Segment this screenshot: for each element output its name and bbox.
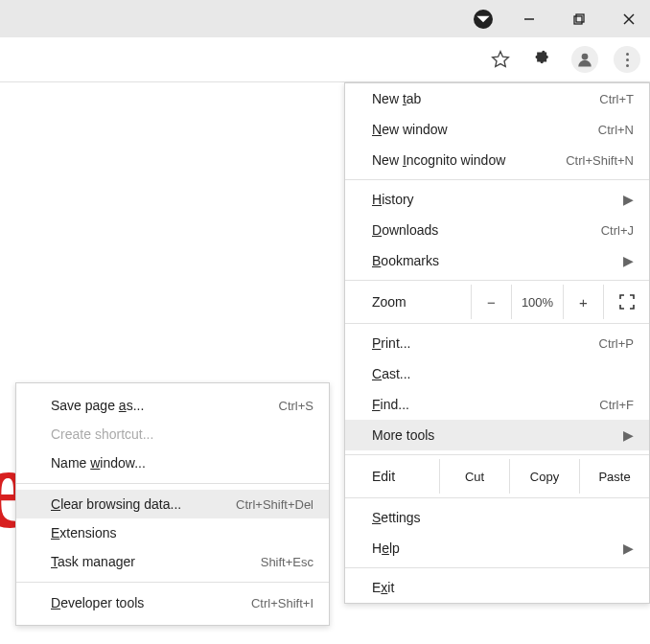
maximize-button[interactable]: [566, 6, 592, 33]
menu-label: Print...: [372, 335, 599, 351]
window-titlebar: [0, 0, 650, 37]
menu-label: Create shortcut...: [51, 426, 313, 442]
menu-shortcut: Ctrl+T: [599, 92, 634, 106]
menu-shortcut: Ctrl+Shift+Del: [236, 497, 313, 512]
zoom-out-button[interactable]: −: [471, 285, 511, 319]
menu-downloads[interactable]: Downloads Ctrl+J: [345, 215, 649, 245]
menu-zoom-row: Zoom − 100% +: [345, 285, 649, 319]
edit-cut-button[interactable]: Cut: [439, 459, 509, 494]
menu-incognito[interactable]: New Incognito window Ctrl+Shift+N: [345, 145, 649, 175]
fullscreen-icon: [619, 294, 635, 310]
menu-bookmarks[interactable]: Bookmarks ▶: [345, 245, 649, 276]
close-button[interactable]: [615, 6, 642, 33]
extensions-button[interactable]: [529, 46, 556, 73]
menu-exit[interactable]: Exit: [345, 572, 649, 603]
menu-separator: [345, 497, 649, 498]
menu-separator: [16, 483, 329, 484]
profile-dropdown-icon[interactable]: [474, 10, 493, 29]
menu-label: Exit: [372, 580, 634, 595]
menu-label: Find...: [372, 397, 599, 412]
submenu-arrow-icon: ▶: [623, 427, 634, 443]
more-tools-submenu: Save page as... Ctrl+S Create shortcut..…: [15, 382, 330, 626]
submenu-arrow-icon: ▶: [623, 253, 634, 268]
submenu-save-page[interactable]: Save page as... Ctrl+S: [16, 391, 329, 420]
submenu-developer-tools[interactable]: Developer tools Ctrl+Shift+I: [16, 588, 329, 617]
menu-edit-row: Edit Cut Copy Paste: [345, 459, 649, 494]
menu-find[interactable]: Find... Ctrl+F: [345, 389, 649, 420]
menu-shortcut: Shift+Esc: [261, 555, 313, 569]
menu-new-window[interactable]: New window Ctrl+N: [345, 114, 649, 145]
avatar-icon: [576, 51, 593, 68]
menu-label: New Incognito window: [372, 152, 566, 168]
minimize-button[interactable]: [516, 6, 543, 33]
menu-separator: [16, 582, 329, 583]
menu-print[interactable]: Print... Ctrl+P: [345, 328, 649, 358]
menu-label: Downloads: [372, 222, 601, 238]
menu-label: Bookmarks: [372, 253, 623, 268]
menu-label: Name window...: [51, 455, 313, 471]
browser-main-menu: New tab Ctrl+T New window Ctrl+N New Inc…: [344, 82, 650, 604]
close-icon: [622, 12, 636, 26]
submenu-task-manager[interactable]: Task manager Shift+Esc: [16, 547, 329, 576]
menu-shortcut: Ctrl+Shift+N: [566, 153, 634, 168]
menu-label: Extensions: [51, 525, 313, 540]
menu-label: More tools: [372, 427, 623, 443]
menu-separator: [345, 454, 649, 455]
menu-label: History: [372, 192, 623, 207]
menu-settings[interactable]: Settings: [345, 502, 649, 533]
puzzle-icon: [533, 50, 552, 69]
submenu-name-window[interactable]: Name window...: [16, 448, 329, 477]
star-icon: [491, 50, 510, 69]
submenu-extensions[interactable]: Extensions: [16, 518, 329, 547]
menu-label: Save page as...: [51, 398, 279, 413]
svg-point-5: [582, 54, 589, 60]
submenu-arrow-icon: ▶: [623, 192, 634, 207]
zoom-label: Zoom: [372, 285, 471, 319]
browser-toolbar: [0, 37, 650, 82]
bookmark-star-button[interactable]: [487, 46, 514, 73]
menu-cast[interactable]: Cast...: [345, 358, 649, 389]
minimize-icon: [522, 12, 536, 26]
zoom-in-button[interactable]: +: [563, 285, 603, 319]
menu-label: New window: [372, 122, 598, 137]
menu-label: Task manager: [51, 554, 261, 569]
menu-shortcut: Ctrl+J: [601, 223, 634, 238]
menu-label: Settings: [372, 510, 634, 525]
menu-separator: [345, 323, 649, 324]
submenu-clear-browsing-data[interactable]: Clear browsing data... Ctrl+Shift+Del: [16, 490, 329, 518]
edit-paste-button[interactable]: Paste: [579, 459, 649, 494]
fullscreen-button[interactable]: [603, 285, 649, 319]
menu-shortcut: Ctrl+F: [599, 398, 634, 412]
zoom-value: 100%: [511, 285, 563, 319]
menu-label: Developer tools: [51, 595, 251, 610]
menu-help[interactable]: Help ▶: [345, 533, 649, 564]
maximize-icon: [572, 12, 586, 26]
menu-label: New tab: [372, 91, 599, 106]
menu-shortcut: Ctrl+N: [598, 123, 634, 137]
menu-label: Help: [372, 540, 623, 556]
browser-menu-button[interactable]: [614, 46, 640, 73]
menu-label: Clear browsing data...: [51, 496, 236, 512]
menu-separator: [345, 567, 649, 568]
submenu-create-shortcut: Create shortcut...: [16, 420, 329, 448]
menu-more-tools[interactable]: More tools ▶: [345, 420, 649, 450]
menu-history[interactable]: History ▶: [345, 184, 649, 215]
menu-separator: [345, 179, 649, 180]
menu-new-tab[interactable]: New tab Ctrl+T: [345, 83, 649, 114]
edit-copy-button[interactable]: Copy: [509, 459, 579, 494]
svg-rect-2: [576, 14, 584, 22]
menu-shortcut: Ctrl+P: [599, 336, 634, 351]
menu-separator: [345, 280, 649, 281]
menu-shortcut: Ctrl+S: [279, 399, 313, 413]
chevron-down-icon: [474, 10, 493, 29]
submenu-arrow-icon: ▶: [623, 540, 634, 556]
edit-label: Edit: [345, 459, 439, 494]
menu-shortcut: Ctrl+Shift+I: [251, 596, 313, 610]
menu-label: Cast...: [372, 366, 634, 381]
profile-button[interactable]: [571, 46, 598, 73]
svg-rect-1: [574, 16, 582, 24]
